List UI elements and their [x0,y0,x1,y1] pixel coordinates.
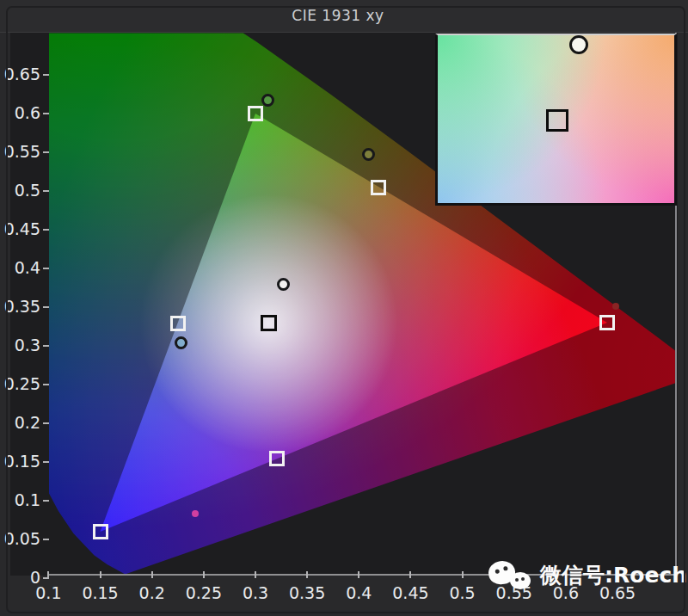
y-tick [43,268,49,269]
y-tick [43,229,49,231]
target-blue-primary-square [93,524,108,539]
target-white-point-square [261,315,277,331]
whitepoint-zoom-inset [435,34,677,206]
y-tick-label: 0.5 [0,181,40,200]
y-tick-label: 0.45 [0,219,40,238]
y-tick [43,461,49,463]
target-green-primary-square [248,106,263,121]
y-tick [43,151,49,153]
y-tick [43,306,49,308]
x-tick [358,571,359,578]
y-tick [43,500,49,502]
measured-red-point [612,303,619,310]
y-tick-label: 0.65 [0,65,40,83]
y-tick-label: 0 [0,568,40,587]
watermark: 微信号:Roechina [487,557,688,595]
y-tick [43,113,49,114]
target-yellow-square [371,180,386,195]
y-tick-label: 0.15 [0,452,40,471]
y-tick [43,190,49,192]
x-tick [306,571,308,578]
x-tick [151,571,153,578]
y-tick-label: 0.6 [0,103,40,122]
chart-title-bar: CIE 1931 xy [0,0,688,33]
page-title: CIE 1931 xy [0,7,676,24]
calman-cie-chart-window: 0.10.150.20.250.30.350.40.450.50.550.60.… [0,0,688,616]
measured-blue-point [192,510,199,517]
y-tick [43,384,49,385]
measured-yellow-point [362,148,375,161]
wechat-icon-small-bubble [510,572,531,589]
y-tick [43,539,49,540]
target-red-primary-square [599,315,615,330]
measured-cyan-point [175,336,187,349]
watermark-text: 微信号:Roechina [540,561,688,589]
x-tick [409,571,411,578]
y-tick-label: 0.2 [0,413,40,432]
y-tick-label: 0.35 [0,297,40,316]
y-tick-label: 0.25 [0,374,40,393]
y-tick-label: 0.1 [0,490,40,509]
target-cyan-square [170,316,186,331]
measured-green-point [261,94,274,107]
whitepoint-measured-circle [569,35,588,54]
y-tick [43,345,49,347]
whitepoint-target-square [546,109,568,132]
y-tick-label: 0.55 [0,142,40,161]
y-tick-label: 0.05 [0,529,40,548]
y-tick-label: 0.3 [0,336,40,354]
x-tick [100,571,101,578]
y-tick [43,577,49,579]
x-tick [203,571,205,578]
measured-white-point [277,278,290,291]
y-tick [43,74,49,76]
x-tick [462,571,464,578]
x-tick [255,571,256,578]
y-tick [43,422,49,424]
y-tick-label: 0.4 [0,258,40,277]
target-magenta-square [269,451,285,466]
